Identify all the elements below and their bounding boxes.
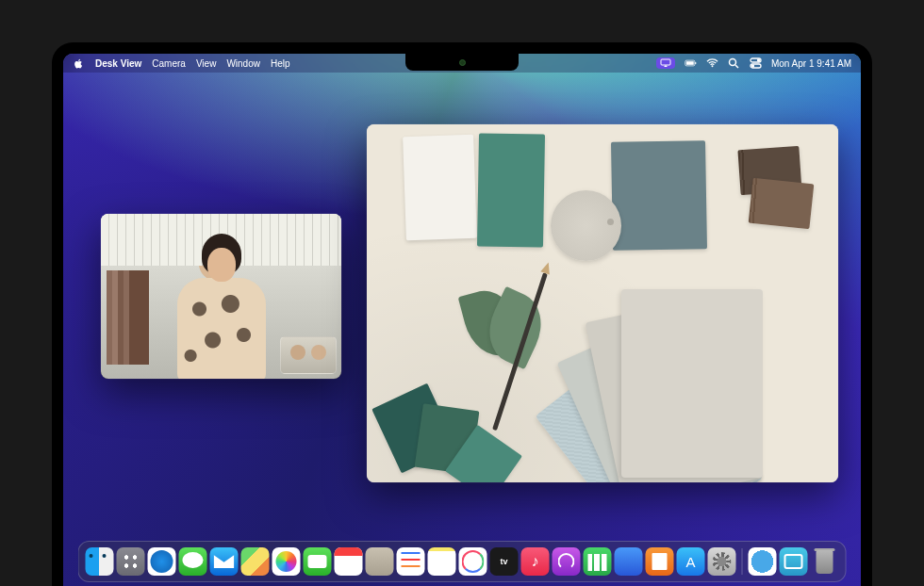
swatch-white: [403, 135, 477, 241]
dock-tv[interactable]: [490, 547, 519, 576]
display-notch: [405, 54, 519, 71]
svg-point-4: [730, 59, 736, 66]
swatch-light-wood: [749, 178, 815, 230]
svg-rect-0: [661, 59, 670, 65]
desk-view-content: [367, 124, 838, 482]
facetime-window[interactable]: [101, 214, 341, 379]
menu-help[interactable]: Help: [271, 58, 290, 69]
dock-trash[interactable]: [811, 547, 839, 576]
dock-separator: [742, 548, 743, 575]
screen-mirroring-icon[interactable]: [656, 57, 675, 69]
dock-reminders[interactable]: [397, 547, 425, 576]
dock-system-settings[interactable]: [708, 547, 736, 576]
svg-rect-2: [686, 61, 694, 65]
dock-maps[interactable]: [241, 547, 270, 576]
dock-app-store[interactable]: [677, 547, 705, 576]
facetime-pip-video[interactable]: [280, 336, 337, 374]
spotlight-search-icon[interactable]: [728, 57, 740, 70]
stone-disc-sample: [551, 190, 621, 261]
swatch-teal: [477, 133, 545, 247]
swatch-blue-grey: [611, 140, 707, 251]
dock-notes[interactable]: [428, 547, 456, 576]
dock-calendar[interactable]: [335, 547, 363, 576]
dock-messages[interactable]: [179, 547, 207, 576]
dock-facetime[interactable]: [304, 547, 332, 576]
menu-camera[interactable]: Camera: [152, 58, 186, 69]
dock-music[interactable]: [521, 547, 550, 576]
dock-podcasts[interactable]: [553, 547, 581, 576]
desk-view-window[interactable]: [367, 124, 838, 482]
control-center-icon[interactable]: [750, 57, 762, 70]
menubar-datetime[interactable]: Mon Apr 1 9:41 AM: [771, 58, 851, 69]
dock-downloads[interactable]: [749, 547, 777, 576]
dock: [78, 541, 847, 582]
apple-menu-icon[interactable]: [73, 57, 85, 70]
svg-point-7: [757, 59, 759, 61]
dock-mail[interactable]: [210, 547, 239, 576]
laptop-frame: Desk View Camera View Window Help: [52, 42, 872, 586]
dock-launchpad[interactable]: [117, 547, 145, 576]
dock-contacts[interactable]: [366, 547, 394, 576]
dock-finder[interactable]: [86, 547, 114, 576]
dock-numbers[interactable]: [584, 547, 612, 576]
dock-desk-view[interactable]: [780, 547, 808, 576]
app-name-menu[interactable]: Desk View: [95, 58, 141, 69]
menu-window[interactable]: Window: [226, 58, 260, 69]
dock-freeform[interactable]: [459, 547, 487, 576]
dock-pages[interactable]: [646, 547, 674, 576]
fabric-swatch-fan: [555, 270, 791, 478]
dock-keynote[interactable]: [615, 547, 643, 576]
dock-photos[interactable]: [272, 547, 301, 576]
desktop[interactable]: Desk View Camera View Window Help: [63, 54, 861, 586]
svg-point-9: [751, 65, 753, 67]
menu-view[interactable]: View: [196, 58, 217, 69]
svg-rect-3: [695, 62, 696, 64]
dock-safari[interactable]: [148, 547, 176, 576]
wifi-icon[interactable]: [706, 57, 718, 70]
svg-line-5: [735, 65, 738, 68]
battery-icon[interactable]: [685, 57, 697, 70]
